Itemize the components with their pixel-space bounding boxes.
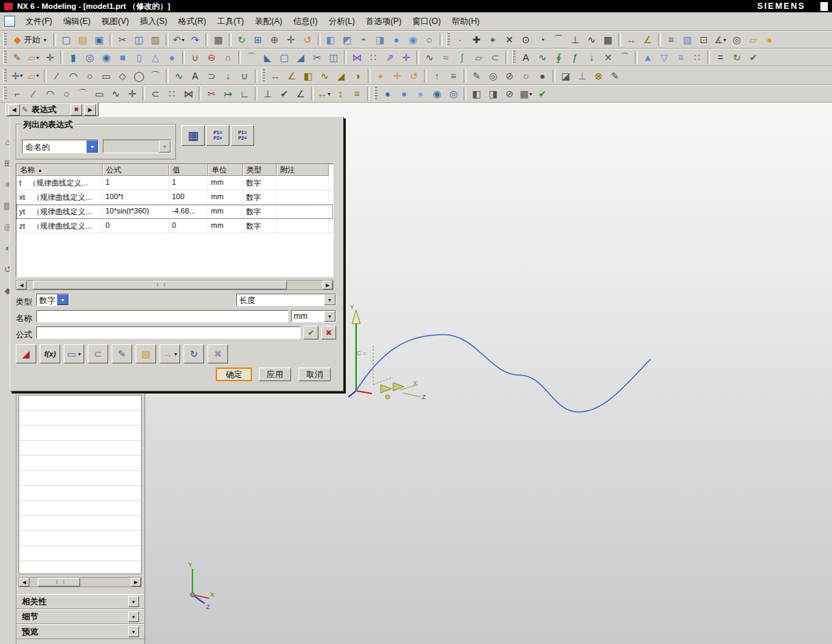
thread-button[interactable]: ∿: [422, 50, 437, 65]
import-expressions-button-dropdown-arrow[interactable]: ▾: [174, 351, 177, 357]
replace-face-button[interactable]: ◉: [429, 86, 444, 101]
offset-curve-button[interactable]: ⊃: [204, 68, 219, 83]
pull-face-button[interactable]: ●: [396, 86, 412, 101]
studio-spline-button[interactable]: ∿: [171, 68, 186, 83]
show-values-button[interactable]: P1=P2=: [231, 125, 254, 146]
menu-item-10[interactable]: 首选项(P): [360, 13, 407, 30]
cut-button[interactable]: ✂: [115, 32, 130, 47]
save-button[interactable]: ▣: [92, 32, 107, 47]
show-formulas-button[interactable]: P1=P2=: [206, 125, 229, 146]
spline-button[interactable]: ∿: [535, 50, 550, 65]
edit-object-display-button[interactable]: ✎: [469, 68, 484, 83]
chevron-down-icon[interactable]: ▼: [128, 611, 139, 622]
intersect-button[interactable]: ∩: [220, 50, 236, 65]
block-button[interactable]: ■: [115, 50, 130, 65]
type-dropdown[interactable]: 数字 ▼: [36, 294, 69, 306]
scroll-track[interactable]: [27, 281, 323, 289]
edit-section-button[interactable]: ◧: [469, 86, 484, 101]
scroll-thumb[interactable]: [33, 281, 288, 289]
sketch-line-button[interactable]: ∕: [26, 86, 41, 101]
menu-item-2[interactable]: 编辑(E): [58, 13, 96, 30]
drag-handle-icon-1[interactable]: [381, 385, 392, 393]
extrude-button[interactable]: ▮: [66, 50, 81, 65]
mirror-sketch-curve-button[interactable]: ⋈: [181, 86, 196, 101]
menu-item-8[interactable]: 信息(I): [288, 13, 323, 30]
shaded-view-button[interactable]: ●: [389, 32, 404, 47]
column-header-formula[interactable]: 公式: [103, 164, 169, 176]
section-details[interactable]: 细节▼: [16, 609, 144, 624]
menu-item-1[interactable]: 文件(F): [20, 13, 58, 30]
part-window-icon[interactable]: [4, 16, 15, 27]
law-sine-curve[interactable]: [356, 335, 651, 412]
interference-check-button[interactable]: ⊗: [591, 68, 606, 83]
swept-button[interactable]: ≈: [438, 50, 453, 65]
table-row[interactable]: xt （规律曲线定义... 100*t 100 mm 数字: [16, 190, 333, 205]
offset-region-button[interactable]: ●: [413, 86, 428, 101]
point-dialog-button-dropdown-arrow[interactable]: ▾: [20, 73, 23, 79]
undo-button-dropdown-arrow[interactable]: ▾: [181, 37, 184, 43]
function-editor-button[interactable]: f(x): [40, 344, 60, 363]
rectangle-curve-button[interactable]: ▭: [99, 68, 114, 83]
menu-item-3[interactable]: 视图(V): [96, 13, 134, 30]
hide-button[interactable]: ○: [518, 68, 533, 83]
snap-endpoint-toggle[interactable]: ✚: [469, 32, 484, 47]
unit-dropdown-button[interactable]: ▼: [324, 311, 336, 322]
ruled-surface-button[interactable]: ▱: [471, 50, 486, 65]
menu-item-11[interactable]: 窗口(O): [407, 13, 446, 30]
unit-dropdown[interactable]: mm ▼: [291, 310, 336, 322]
text-curve-button[interactable]: A: [188, 68, 203, 83]
finish-sketch-button[interactable]: ✔: [535, 86, 550, 101]
full-screen-button[interactable]: ⊡: [696, 32, 711, 47]
rotate-view-button[interactable]: ↺: [300, 32, 315, 47]
section-analysis-button[interactable]: ◧: [301, 68, 316, 83]
chamfer-button[interactable]: ◣: [260, 50, 275, 65]
orient-view-button-dropdown-arrow[interactable]: ▾: [724, 37, 727, 43]
move-to-layer-button[interactable]: ↑: [429, 68, 444, 83]
datum-plane-button[interactable]: ▱▾: [26, 50, 41, 65]
new-section-button-dropdown-arrow[interactable]: ▾: [529, 91, 532, 97]
inferred-dimension-button[interactable]: ↔▾: [316, 86, 331, 101]
inferred-dimension-button-dropdown-arrow[interactable]: ▾: [327, 91, 330, 97]
measure-distance-button[interactable]: ↔: [624, 32, 639, 47]
show-constraints-button[interactable]: ∠: [293, 86, 308, 101]
auto-dimension-button[interactable]: ↕: [333, 86, 348, 101]
hole-button[interactable]: ◉: [99, 50, 114, 65]
menu-item-9[interactable]: 分析(L): [323, 13, 361, 30]
law-curve-button[interactable]: ƒ: [568, 50, 583, 65]
new-part-button[interactable]: ▢: [59, 32, 74, 47]
top-view-button[interactable]: ◓: [356, 32, 371, 47]
cylinder-button[interactable]: ▯: [131, 50, 147, 65]
cone-button[interactable]: △: [148, 50, 163, 65]
edge-blend-button[interactable]: ⌒: [244, 50, 259, 65]
move-face-button[interactable]: ●: [380, 86, 395, 101]
draft-analysis-button[interactable]: ◢: [333, 68, 349, 83]
auto-constrain-button[interactable]: ✔: [277, 86, 292, 101]
refresh-values-button[interactable]: ↻: [184, 344, 204, 363]
polygon-curve-button[interactable]: ◇: [115, 68, 130, 83]
name-input[interactable]: [36, 310, 288, 322]
column-header-type[interactable]: 类型: [243, 164, 277, 176]
open-button[interactable]: ▤: [75, 32, 90, 47]
pattern-feature-button[interactable]: ∷: [366, 50, 381, 65]
accept-formula-button[interactable]: ✔: [303, 326, 318, 339]
chevron-down-icon[interactable]: ▼: [128, 596, 139, 607]
menu-item-4[interactable]: 插入(S): [134, 13, 173, 30]
toolbar-grip[interactable]: [512, 51, 516, 64]
navigator-horizontal-scrollbar[interactable]: ◀ ▶: [18, 577, 142, 587]
instance-geometry-button[interactable]: ∷: [690, 50, 705, 65]
menu-item-6[interactable]: 工具(T): [212, 13, 249, 30]
sketch-button[interactable]: ✎: [10, 50, 25, 65]
table-row[interactable]: zt （规律曲线定义... 0 0 mm 数字: [16, 219, 333, 233]
assembly-constraints-button[interactable]: ⊥: [575, 68, 590, 83]
task-environment-sketch-button[interactable]: ✎: [607, 68, 622, 83]
project-button[interactable]: ↓: [220, 68, 236, 83]
continuous-auto-dimension-button[interactable]: ≡: [349, 86, 364, 101]
snap-point-toggle[interactable]: ∙: [453, 32, 468, 47]
pattern-sketch-curve-button[interactable]: ∷: [164, 86, 179, 101]
intersection-curve-button[interactable]: ✕: [601, 50, 616, 65]
move-object-button[interactable]: ✛: [399, 50, 414, 65]
display-mode-button[interactable]: ▧: [680, 32, 695, 47]
measure-distance-expression-button[interactable]: ◢: [16, 344, 36, 363]
toolbar-grip[interactable]: [374, 87, 377, 101]
update-model-button[interactable]: ↻: [729, 50, 744, 65]
